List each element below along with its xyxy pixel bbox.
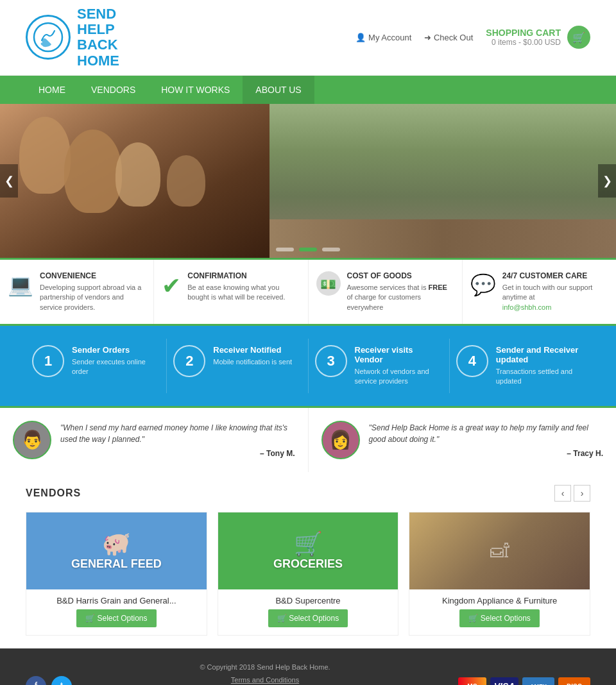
- confirmation-icon: ✔: [162, 271, 181, 300]
- hero-image-right: [270, 104, 616, 258]
- vendor-icon-general-feed: 🐖: [102, 530, 131, 557]
- step-text-3: Receiver visits Vendor Network of vendor…: [355, 345, 443, 387]
- copyright: © Copyright 2018 Send Help Back Home.: [162, 661, 368, 674]
- main-nav: HOMEVENDORSHOW IT WORKSABOUT US: [0, 76, 616, 104]
- feature-cost: 💵 COST OF GOODS Awesome services that is…: [309, 260, 463, 324]
- social-tw-button[interactable]: t: [51, 676, 72, 685]
- convenience-icon: 💻: [8, 271, 33, 297]
- cart-area: SHOPPING CART 0 items - $0.00 USD 🛒: [486, 26, 590, 49]
- hero-content: [0, 104, 616, 258]
- testimonial-content-1: "Send Help Back Home is a great way to h…: [369, 422, 604, 458]
- hero-next-arrow[interactable]: ❯: [598, 164, 616, 198]
- header-links: 👤 My Account ➜ Check Out: [355, 33, 473, 42]
- hero-slider: ❮ ❯: [0, 104, 616, 258]
- cart-button[interactable]: 🛒: [567, 26, 590, 49]
- confirmation-text: CONFIRMATION Be at ease knowing what you…: [187, 271, 300, 303]
- step-title-2: Receiver Notified: [213, 345, 292, 355]
- footer: ft © Copyright 2018 Send Help Back Home.…: [0, 648, 616, 685]
- convenience-title: CONVENIENCE: [40, 271, 146, 280]
- nav-item-how-it-works[interactable]: HOW IT WORKS: [148, 76, 243, 104]
- my-account-link[interactable]: 👤 My Account: [355, 33, 411, 42]
- logo-icon: [26, 15, 71, 60]
- testimonial-author-1: – Tracy H.: [369, 449, 604, 458]
- support-email[interactable]: info@shbh.com: [502, 303, 552, 311]
- vendor-card-general-feed: 🐖 GENERAL FEED B&D Harris Grain and Gene…: [26, 512, 207, 636]
- convenience-text: CONVENIENCE Developing support abroad vi…: [40, 271, 146, 312]
- vendor-select-btn-appliance[interactable]: 🛒 Select Options: [459, 609, 539, 627]
- cart-text: SHOPPING CART 0 items - $0.00 USD: [486, 28, 561, 47]
- vendors-next-button[interactable]: ›: [574, 485, 590, 502]
- vendors-header: VENDORS ‹ ›: [26, 485, 590, 502]
- cost-text: COST OF GOODS Awesome services that is F…: [347, 271, 454, 312]
- header-right: 👤 My Account ➜ Check Out SHOPPING CART 0…: [355, 26, 590, 49]
- testimonial-avatar-1: 👩: [321, 421, 360, 459]
- vendor-icon-groceries: 🛒: [294, 530, 323, 557]
- logo: SEND HELP BACK HOME: [26, 6, 119, 69]
- step-title-1: Sender Orders: [72, 345, 160, 355]
- step-desc-1: Sender executes online order: [72, 357, 160, 377]
- step-desc-3: Network of vendors and service providers: [355, 367, 443, 387]
- payment-visa-icon: VISA: [490, 677, 518, 685]
- feature-support: 💬 24/7 CUSTOMER CARE Get in touch with o…: [463, 260, 616, 324]
- footer-social: ft: [26, 676, 72, 685]
- step-title-3: Receiver visits Vendor: [355, 345, 443, 364]
- hero-dot-3[interactable]: [322, 248, 340, 251]
- feature-confirmation: ✔ CONFIRMATION Be at ease knowing what y…: [154, 260, 308, 324]
- testimonial-item-1: 👩 "Send Help Back Home is a great way to…: [309, 408, 617, 472]
- testimonials-section: 👨 "When I send my hard earned money home…: [0, 406, 616, 472]
- social-fb-button[interactable]: f: [26, 676, 46, 685]
- features-bar: 💻 CONVENIENCE Developing support abroad …: [0, 258, 616, 326]
- hero-dot-2[interactable]: [299, 248, 317, 251]
- vendor-card-groceries: 🛒 GROCERIES B&D Supercentre 🛒 Select Opt…: [218, 512, 399, 636]
- confirmation-desc: Be at ease knowing what you bought is wh…: [187, 283, 300, 303]
- header: SEND HELP BACK HOME 👤 My Account ➜ Check…: [0, 0, 616, 76]
- vendor-card-appliance: 🛋 Kingdom Appliance & Furniture 🛒 Select…: [409, 512, 590, 636]
- vendors-title: VENDORS: [26, 487, 81, 499]
- testimonial-quote-1: "Send Help Back Home is a great way to h…: [369, 422, 604, 445]
- payment-amex-icon: AMEX: [522, 677, 554, 685]
- step-item-2: 2 Receiver Notified Mobile notification …: [167, 339, 308, 393]
- terms-link[interactable]: Terms and Conditions: [231, 676, 299, 684]
- checkout-icon: ➜: [424, 33, 431, 42]
- convenience-desc: Developing support abroad via a partners…: [40, 283, 146, 312]
- support-desc: Get in touch with our support anytime at…: [502, 283, 608, 312]
- vendor-select-btn-general-feed[interactable]: 🛒 Select Options: [76, 609, 156, 627]
- testimonial-content-0: "When I send my hard earned money home I…: [60, 422, 295, 458]
- vendor-name-groceries: B&D Supercentre: [218, 589, 398, 609]
- user-icon: 👤: [355, 33, 366, 42]
- nav-item-vendors[interactable]: VENDORS: [78, 76, 148, 104]
- testimonial-quote-0: "When I send my hard earned money home I…: [60, 422, 295, 445]
- vendor-name-appliance: Kingdom Appliance & Furniture: [409, 589, 590, 609]
- vendor-image-general-feed: 🐖 GENERAL FEED: [26, 512, 207, 589]
- hero-dots: [276, 248, 340, 251]
- support-icon: 💬: [470, 271, 496, 297]
- step-text-4: Sender and Receiver updated Transactions…: [496, 345, 584, 387]
- how-it-works-section: 1 Sender Orders Sender executes online o…: [0, 326, 616, 406]
- svg-point-0: [34, 23, 62, 51]
- step-num-4: 4: [456, 345, 488, 377]
- vendor-img-label-groceries: GROCERIES: [273, 557, 343, 571]
- cart-count: 0 items - $0.00 USD: [486, 38, 561, 47]
- vendor-name-general-feed: B&D Harris Grain and General...: [26, 589, 207, 609]
- hero-image-left: [0, 104, 270, 258]
- testimonial-item-0: 👨 "When I send my hard earned money home…: [0, 408, 309, 472]
- nav-item-about-us[interactable]: ABOUT US: [243, 76, 314, 104]
- confirmation-title: CONFIRMATION: [187, 271, 300, 280]
- hero-prev-arrow[interactable]: ❮: [0, 164, 18, 198]
- cart-title: SHOPPING CART: [486, 28, 561, 38]
- vendor-select-btn-groceries[interactable]: 🛒 Select Options: [268, 609, 348, 627]
- cost-title: COST OF GOODS: [347, 271, 454, 280]
- footer-payments: MCVISAAMEXDISC: [458, 677, 590, 685]
- step-item-3: 3 Receiver visits Vendor Network of vend…: [309, 339, 450, 393]
- vendors-nav: ‹ ›: [554, 485, 590, 502]
- vendors-section: VENDORS ‹ › 🐖 GENERAL FEED B&D Harris Gr…: [0, 472, 616, 648]
- feature-convenience: 💻 CONVENIENCE Developing support abroad …: [0, 260, 154, 324]
- vendors-prev-button[interactable]: ‹: [554, 485, 571, 502]
- support-text: 24/7 CUSTOMER CARE Get in touch with our…: [502, 271, 608, 312]
- checkout-link[interactable]: ➜ Check Out: [424, 33, 473, 42]
- vendor-image-groceries: 🛒 GROCERIES: [218, 512, 398, 589]
- hero-dot-1[interactable]: [276, 248, 294, 251]
- step-item-1: 1 Sender Orders Sender executes online o…: [26, 339, 167, 393]
- payment-disc-icon: DISC: [558, 677, 590, 685]
- nav-item-home[interactable]: HOME: [26, 76, 78, 104]
